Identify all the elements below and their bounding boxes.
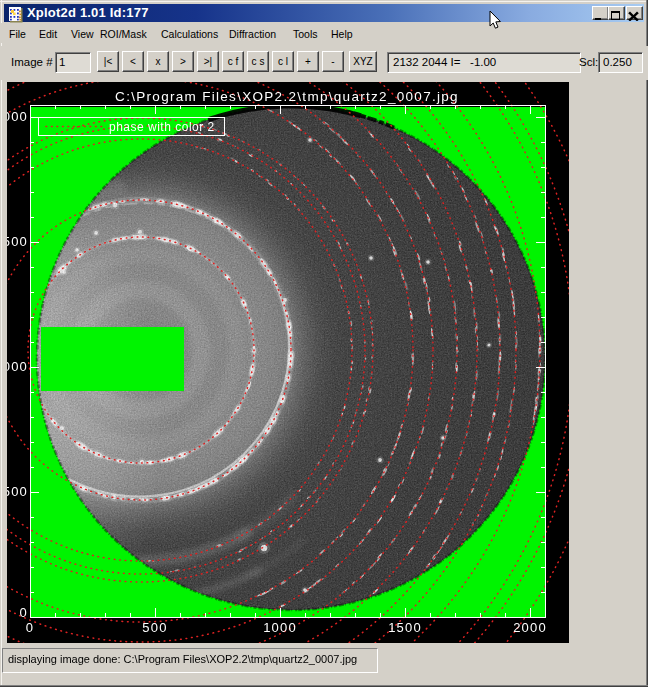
svg-text:C:\Program Files\XOP2.2\tmp\qu: C:\Program Files\XOP2.2\tmp\quartz2_0007… bbox=[115, 89, 459, 104]
svg-text:1500: 1500 bbox=[388, 620, 422, 635]
svg-text:0: 0 bbox=[20, 605, 28, 620]
svg-text:1000: 1000 bbox=[0, 359, 28, 374]
svg-text:1500: 1500 bbox=[0, 234, 28, 249]
svg-text:500: 500 bbox=[142, 620, 167, 635]
svg-text:2000: 2000 bbox=[0, 109, 28, 124]
svg-text:phase with color 2: phase with color 2 bbox=[109, 120, 215, 134]
svg-text:2000: 2000 bbox=[513, 620, 547, 635]
svg-text:500: 500 bbox=[3, 484, 28, 499]
svg-text:0: 0 bbox=[26, 620, 34, 635]
svg-text:1000: 1000 bbox=[263, 620, 297, 635]
